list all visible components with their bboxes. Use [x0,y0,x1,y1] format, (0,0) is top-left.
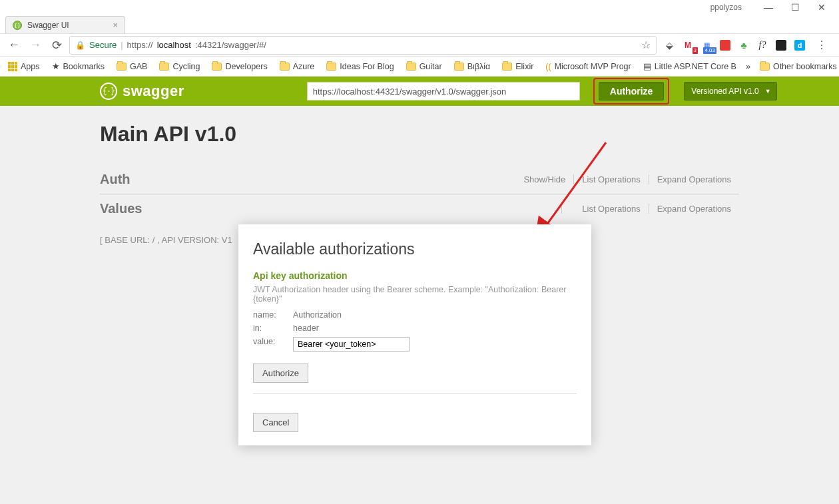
expand-operations-link[interactable]: Expand Operations [649,204,739,214]
other-bookmarks-button[interactable]: Other bookmarks [757,60,839,73]
bookmark-biblia[interactable]: Βιβλία [451,60,493,73]
folder-icon [117,63,127,71]
modal-description: JWT Authorization header using the Beare… [253,285,577,304]
folder-icon [406,63,416,71]
section-auth[interactable]: Auth Show/Hide List Operations Expand Op… [100,165,739,194]
window-close-button[interactable]: ✕ [808,2,835,13]
section-name: Auth [100,172,131,187]
window-minimize-button[interactable]: — [755,2,782,13]
ext-leaf-icon[interactable]: ♣ [738,39,750,51]
bookmarks-bar: Apps ★Bookmarks GAB Cycling Developers A… [0,57,839,77]
back-button[interactable]: ← [5,37,23,54]
bookmark-ideas[interactable]: Ideas For Blog [324,60,396,73]
mvp-icon: (( [545,62,551,71]
folder-icon [760,63,770,71]
window-titlebar: ppolyzos — ☐ ✕ [0,0,839,15]
ext-blue-d-icon[interactable]: d [794,39,806,51]
bookmark-star-icon[interactable]: ☆ [641,39,651,51]
swagger-logo: {·} swagger [100,83,184,100]
bookmark-elixir[interactable]: Elixir [499,60,536,73]
api-version-selector[interactable]: Versioned API v1.0 [684,82,776,101]
swagger-page: Main API v1.0 Auth Show/Hide List Operat… [0,106,839,504]
swagger-favicon-icon: { } [13,21,22,30]
in-label: in: [253,324,293,333]
secure-label: Secure [89,40,117,50]
swagger-logo-icon: {·} [100,83,117,100]
bookmark-aspnet[interactable]: ▤Little ASP.NET Core B [641,59,739,73]
chrome-menu-icon[interactable]: ⋮ [812,39,831,51]
folder-icon [326,63,336,71]
folder-icon [280,63,290,71]
url-host: localhost [157,40,191,50]
section-name: Values [100,201,142,216]
bookmark-guitar[interactable]: Guitar [404,60,445,73]
token-value-input[interactable] [293,337,410,352]
expand-operations-link[interactable]: Expand Operations [649,174,739,184]
address-bar[interactable]: 🔒 Secure | https://localhost:44321/swagg… [69,36,657,55]
page-title: Main API v1.0 [100,122,739,146]
list-operations-link[interactable]: List Operations [561,204,648,214]
forward-button[interactable]: → [27,37,44,54]
browser-toolbar: ← → ⟳ 🔒 Secure | https://localhost:44321… [0,33,839,57]
extension-icons: ⬙ M3 ▦4.03 ♣ f? d ⋮ [661,39,834,51]
modal-divider [253,393,577,394]
list-operations-link[interactable]: List Operations [573,174,648,184]
modal-subtitle: Api key authorization [253,270,577,281]
url-scheme: https:// [127,40,153,50]
window-user: ppolyzos [710,3,742,12]
browser-tabstrip: { } Swagger UI × [0,15,839,33]
folder-icon [502,63,512,71]
spec-url-input[interactable] [307,82,580,101]
section-values[interactable]: Values Show/Hide List Operations Expand … [100,194,739,223]
browser-tab[interactable]: { } Swagger UI × [5,16,125,33]
authorization-modal: Available authorizations Api key authori… [238,224,591,445]
tab-close-icon[interactable]: × [113,20,118,30]
url-path: :44321/swagger/#/ [195,40,266,50]
bookmark-developers[interactable]: Developers [209,60,270,73]
reload-button[interactable]: ⟳ [48,37,65,54]
name-label: name: [253,310,293,320]
swagger-header: {·} swagger Authorize Versioned API v1.0 [0,77,839,106]
ext-red-square-icon[interactable] [719,39,731,51]
lock-icon: 🔒 [75,41,85,50]
folder-icon [212,63,222,71]
showhide-link[interactable]: Show/Hide [515,174,573,184]
swagger-brand-text: swagger [123,83,184,100]
bookmark-azure[interactable]: Azure [277,60,318,73]
bookmarks-overflow-button[interactable]: » [746,62,750,71]
modal-cancel-button[interactable]: Cancel [253,413,298,432]
window-maximize-button[interactable]: ☐ [782,2,808,13]
apps-button[interactable]: Apps [5,60,43,73]
bookmark-cycling[interactable]: Cycling [156,60,202,73]
folder-icon [454,63,464,71]
ext-font-icon[interactable]: f? [756,39,768,51]
star-icon: ★ [52,61,60,71]
in-value: header [293,324,319,333]
bookmark-mvp[interactable]: ((Microsoft MVP Progr [543,60,633,73]
name-value: Authorization [293,310,342,320]
apps-grid-icon [8,62,17,71]
folder-icon [159,63,169,71]
modal-title: Available authorizations [253,240,577,258]
bookmark-gab[interactable]: GAB [114,60,150,73]
ext-dark-tile-icon[interactable] [775,39,787,51]
value-label: value: [253,337,293,352]
modal-authorize-button[interactable]: Authorize [253,364,308,383]
location-icon[interactable]: ⬙ [663,39,675,51]
authorize-button[interactable]: Authorize [599,82,665,101]
bookmark-bookmarks[interactable]: ★Bookmarks [49,59,108,73]
tab-title: Swagger UI [27,21,69,30]
authorize-highlight-box: Authorize [593,78,670,105]
gmail-icon[interactable]: M3 [682,39,694,51]
calendar-icon[interactable]: ▦4.03 [700,39,712,51]
book-icon: ▤ [643,61,651,71]
